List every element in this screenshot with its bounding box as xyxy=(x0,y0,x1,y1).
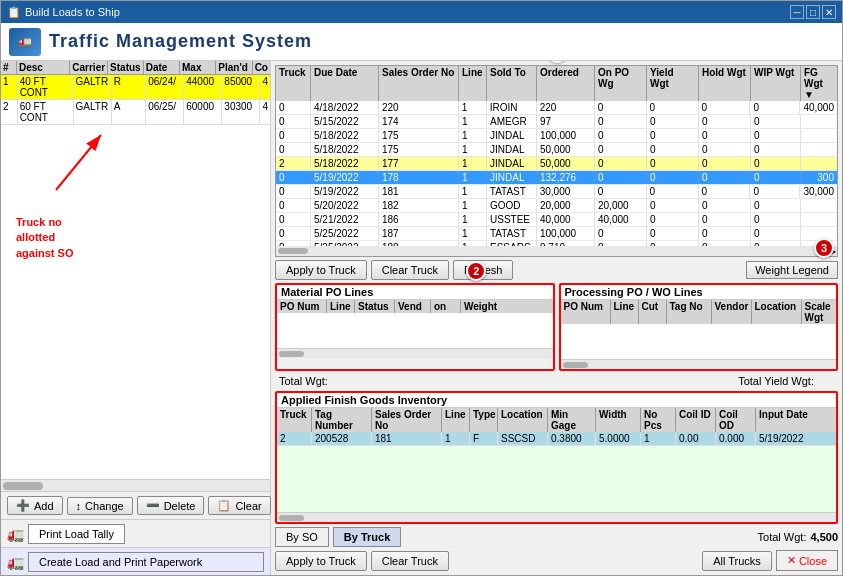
annotation: Truck noallottedagainst SO xyxy=(16,130,73,261)
fg-row-empty xyxy=(277,500,836,512)
table-row[interactable]: 2 5/18/2022 177 1 JINDAL 50,000 0 0 0 0 xyxy=(276,157,837,171)
by-truck-tab[interactable]: By Truck xyxy=(333,527,401,547)
right-panel: 1 Truck Due Date Sales Order No Line Sol… xyxy=(271,61,842,575)
all-trucks-button[interactable]: All Trucks xyxy=(702,551,772,571)
close-window-button[interactable]: ✕ xyxy=(822,5,836,19)
table-row[interactable]: 0 5/15/2022 174 1 AMEGR 97 0 0 0 0 xyxy=(276,115,837,129)
truck-hscrollbar[interactable]: ▶ xyxy=(276,246,837,256)
print-tally-button[interactable]: Print Load Tally xyxy=(28,524,125,544)
clear-button[interactable]: 📋 Clear xyxy=(208,496,270,515)
app-title: Traffic Management System xyxy=(49,31,312,52)
applied-fg-box: Applied Finish Goods Inventory Truck Tag… xyxy=(275,391,838,524)
table-row[interactable]: 0 4/18/2022 220 1 IROIN 220 0 0 0 0 40,0… xyxy=(276,101,837,115)
callout-3: 3 xyxy=(814,238,834,258)
load-row-1[interactable]: 1 40 FT CONT GALTR R 06/24/ 44000 85000 … xyxy=(1,75,270,100)
processing-hscrollbar[interactable] xyxy=(561,359,837,369)
svg-line-1 xyxy=(56,135,101,190)
maximize-button[interactable]: □ xyxy=(806,5,820,19)
th-yield: Yield Wgt xyxy=(647,66,699,101)
load-cell: 60000 xyxy=(184,100,222,124)
clear-truck-button[interactable]: Clear Truck xyxy=(371,260,449,280)
by-so-tab[interactable]: By SO xyxy=(275,527,329,547)
col-hdr-co: Co xyxy=(253,61,270,74)
fg-row[interactable]: 2 200528 181 1 F SSCSD 0.3800 5.0000 1 0… xyxy=(277,432,836,446)
bottom-clear-truck-button[interactable]: Clear Truck xyxy=(371,551,449,571)
table-row[interactable]: 0 5/18/2022 175 1 JINDAL 100,000 0 0 0 0 xyxy=(276,129,837,143)
material-po-hscrollbar[interactable] xyxy=(277,348,553,358)
bottom-total-wgt-value: 4,500 xyxy=(810,531,838,543)
table-row[interactable]: 0 5/20/2022 182 1 GOOD 20,000 20,000 0 0… xyxy=(276,199,837,213)
left-hscroll-thumb[interactable] xyxy=(3,482,43,490)
delete-button[interactable]: ➖ Delete xyxy=(137,496,205,515)
col-hdr-desc: Desc xyxy=(17,61,70,74)
load-cell: R xyxy=(112,75,147,99)
table-row[interactable]: 0 5/19/2022 178 1 JINDAL 132,276 0 0 0 0… xyxy=(276,171,837,185)
th-so: Sales Order No xyxy=(379,66,459,101)
processing-po-wo-title: Processing PO / WO Lines xyxy=(561,285,837,299)
material-po-lines-body xyxy=(277,313,553,348)
change-icon: ↕ xyxy=(76,500,82,512)
fg-hscrollbar[interactable] xyxy=(277,512,836,522)
table-row[interactable]: 0 5/18/2022 175 1 JINDAL 50,000 0 0 0 0 xyxy=(276,143,837,157)
table-row[interactable]: 0 5/19/2022 181 1 TATAST 30,000 0 0 0 0 … xyxy=(276,185,837,199)
weight-totals-row: Total Wgt: Total Yield Wgt: xyxy=(275,374,838,388)
bottom-action-row: Apply to Truck Clear Truck All Trucks ✕ … xyxy=(275,550,838,571)
applied-fg-title: Applied Finish Goods Inventory xyxy=(277,393,836,407)
applied-fg-header: Truck Tag Number Sales Order No Line Typ… xyxy=(277,407,836,432)
create-load-icon: 🚛 xyxy=(7,554,24,570)
fg-row-empty xyxy=(277,464,836,482)
table-row[interactable]: 0 5/21/2022 186 1 USSTEE 40,000 40,000 0… xyxy=(276,213,837,227)
minimize-button[interactable]: ─ xyxy=(790,5,804,19)
col-hdr-planned: Plan'd xyxy=(216,61,252,74)
left-hscrollbar[interactable] xyxy=(1,479,270,491)
change-button[interactable]: ↕ Change xyxy=(67,497,133,515)
fg-hscroll-thumb[interactable] xyxy=(279,515,304,521)
app-logo: 🚛 xyxy=(9,28,41,56)
load-cell: GALTR xyxy=(74,75,112,99)
bottom-apply-truck-button[interactable]: Apply to Truck xyxy=(275,551,367,571)
annotation-area: Truck noallottedagainst SO xyxy=(1,125,270,479)
truck-table: Truck Due Date Sales Order No Line Sold … xyxy=(275,65,838,257)
weight-legend-button[interactable]: Weight Legend xyxy=(746,261,838,279)
table-row[interactable]: 0 5/25/2022 187 1 TATAST 100,000 0 0 0 0 xyxy=(276,227,837,241)
app-header: 🚛 Traffic Management System xyxy=(1,23,842,61)
apply-to-truck-button[interactable]: Apply to Truck xyxy=(275,260,367,280)
truck-small-icon: 🚛 xyxy=(7,526,24,542)
close-icon: ✕ xyxy=(787,554,796,567)
fg-row-empty xyxy=(277,482,836,500)
main-window: 📋 Build Loads to Ship ─ □ ✕ 🚛 Traffic Ma… xyxy=(0,0,843,576)
load-row-2[interactable]: 2 60 FT CONT GALTR A 06/25/ 60000 30300 … xyxy=(1,100,270,125)
processing-po-wo-lines-box: Processing PO / WO Lines PO Num Line Cut… xyxy=(559,283,839,371)
load-cell: 06/25/ xyxy=(146,100,184,124)
load-cell: 4 xyxy=(260,75,270,99)
truck-hscroll-thumb[interactable] xyxy=(278,248,308,254)
truck-icon: 🚛 xyxy=(18,35,32,48)
col-hdr-carrier: Carrier xyxy=(70,61,108,74)
th-line: Line xyxy=(459,66,487,101)
title-bar: 📋 Build Loads to Ship ─ □ ✕ xyxy=(1,1,842,23)
create-load-button[interactable]: Create Load and Print Paperwork xyxy=(28,552,264,572)
th-on-po: On PO Wg xyxy=(595,66,647,101)
title-bar-controls: ─ □ ✕ xyxy=(790,5,836,19)
load-cell: 40 FT CONT xyxy=(18,75,74,99)
window-icon: 📋 xyxy=(7,6,21,19)
clear-icon: 📋 xyxy=(217,499,231,512)
processing-po-wo-header: PO Num Line Cut Tag No Vendor Location S… xyxy=(561,299,837,324)
th-sold-to: Sold To xyxy=(487,66,537,101)
material-po-lines-header: PO Num Line Status Vend on Weight xyxy=(277,299,553,313)
delete-icon: ➖ xyxy=(146,499,160,512)
action-buttons-row: Apply to Truck Clear Truck Refresh Weigh… xyxy=(275,260,838,280)
add-button[interactable]: ➕ Add xyxy=(7,496,63,515)
total-wgt-label: Total Wgt: xyxy=(279,375,328,387)
load-cell: 85000 xyxy=(222,75,260,99)
callout-1: 1 xyxy=(547,61,567,63)
table-row[interactable]: 0 5/25/2022 188 1 ESSARS 9,710 0 0 0 0 xyxy=(276,241,837,246)
close-button[interactable]: ✕ Close xyxy=(776,550,838,571)
col-hdr-status: Status xyxy=(108,61,144,74)
bottom-total-wgt-label: Total Wgt: xyxy=(758,531,807,543)
proc-hscroll-thumb[interactable] xyxy=(563,362,588,368)
load-cell: 06/24/ xyxy=(146,75,184,99)
material-po-lines-box: Material PO Lines PO Num Line Status Ven… xyxy=(275,283,555,371)
load-cell: 1 xyxy=(1,75,18,99)
mat-hscroll-thumb[interactable] xyxy=(279,351,304,357)
